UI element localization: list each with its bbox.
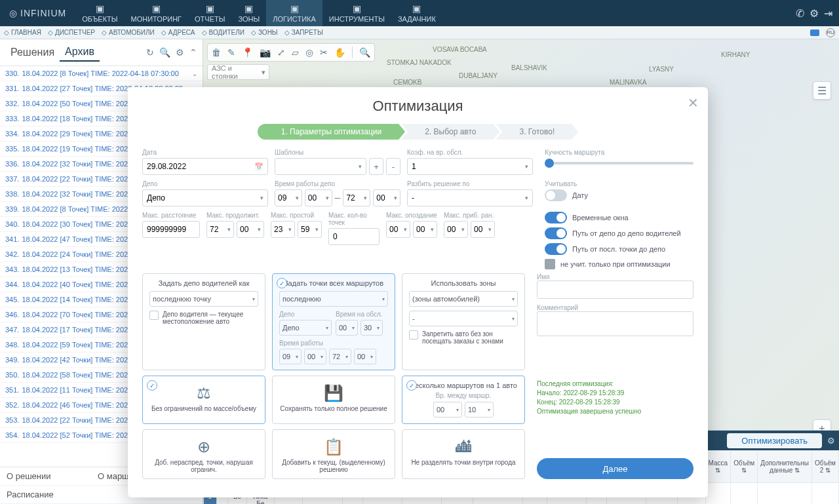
split-select[interactable]: - [407,189,533,206]
toggle-path2[interactable] [545,243,567,255]
toggle-windows[interactable] [545,212,567,223]
nav-мониторинг[interactable]: ▣МОНИТОРИНГ [125,0,189,26]
card-save-full[interactable]: 💾 Сохранять только полное решение [272,376,395,424]
trash-icon[interactable]: 🗑 [212,47,221,58]
maxdist-input[interactable]: 999999999 [142,221,200,238]
template-add-button[interactable]: + [369,158,383,175]
maxearly-h[interactable]: 00 [444,221,468,238]
search-icon[interactable]: 🔍 [159,47,170,58]
maxearly-m[interactable]: 00 [471,221,495,238]
collapse-icon[interactable]: ⌃ [189,47,197,58]
subnav-главная[interactable]: ◇ГЛАВНАЯ [4,29,41,36]
coef-select[interactable]: 1 [407,158,533,175]
maxlate-m[interactable]: 00 [413,221,437,238]
next-button[interactable]: Далее [537,458,693,479]
close-button[interactable]: ✕ [688,95,699,111]
subnav-запреты[interactable]: ◇ЗАПРЕТЫ [284,29,323,36]
card3-checkbox[interactable] [409,330,418,339]
depot-select[interactable]: Депо [142,189,268,206]
subnav-зоны[interactable]: ◇ЗОНЫ [251,29,278,36]
card2-wh-fm[interactable]: 00 [304,349,326,364]
lang-badge[interactable]: RU [826,28,835,37]
work-to-m[interactable]: 00 [373,189,400,206]
card1-select[interactable]: последнюю точку [149,291,258,307]
about-solution[interactable]: О решении [7,471,98,481]
card-multi-route[interactable]: ✓ Несколько маршрутов на 1 авто Вр. межд… [402,376,525,424]
pin-icon[interactable]: 📍 [242,47,253,58]
gear-icon[interactable]: ⚙ [827,436,835,446]
refresh-icon[interactable]: ↻ [146,47,154,58]
card3-select1[interactable]: (зоны автомобилей) [409,291,518,307]
scissors-icon[interactable]: ✂ [320,47,328,58]
subnav-диспетчер[interactable]: ◇ДИСПЕТЧЕР [48,29,95,36]
maxlate-h[interactable]: 00 [386,221,410,238]
maxidle-h[interactable]: 23 [271,221,295,238]
card2-wh-th[interactable]: 72 [329,349,351,364]
card2-check-icon[interactable]: ✓ [277,278,287,288]
card1-checkbox[interactable] [149,311,159,320]
card-add-unassigned[interactable]: ⊕ Доб. нераспред. точки, нарушая огранич… [142,429,265,479]
nav-инструменты[interactable]: ▣ИНСТРУМЕНТЫ [322,0,391,26]
map-layer-select[interactable]: АЗС и стоянки [207,64,269,80]
work-from-h[interactable]: 09 [275,189,302,206]
hand-icon[interactable]: ✋ [334,47,345,58]
subnav-водители[interactable]: ◇ВОДИТЕЛИ [202,29,244,36]
subnav-автомобили[interactable]: ◇АВТОМОБИЛИ [102,29,155,36]
card2-wh-tm[interactable]: 00 [354,349,376,364]
list-item[interactable]: 330.18.04.2022 [8 Точек] TIME: 2022-04-1… [0,66,203,81]
card-zones[interactable]: Использовать зоны (зоны автомобилей) - З… [402,273,525,370]
camera-icon[interactable]: 📷 [260,47,271,58]
maxdur-h[interactable]: 72 [206,221,234,238]
nav-задачник[interactable]: ▣ЗАДАЧНИК [391,0,442,26]
density-slider[interactable] [545,162,693,165]
fullscreen-icon[interactable]: ⤢ [277,47,285,58]
nav-отчеты[interactable]: ▣ОТЧЕТЫ [188,0,231,26]
template-select[interactable] [275,158,366,175]
tab-solutions[interactable]: Решения [5,44,60,61]
maxidle-m[interactable]: 59 [298,221,322,238]
bcard1-check-icon[interactable]: ✓ [147,380,157,391]
nav-зоны[interactable]: ▣ЗОНЫ [231,0,266,26]
toggle-date[interactable] [545,189,567,201]
layers-control[interactable]: ☰ [813,81,831,100]
card2-wh-fh[interactable]: 09 [279,349,302,364]
settings-icon[interactable]: ⚙ [810,7,819,20]
name-input[interactable] [537,281,693,299]
maxdur-m[interactable]: 00 [237,221,264,238]
step-1[interactable]: 1. Параметры оптимизации [258,124,405,140]
nav-логистика[interactable]: ▣ЛОГИСТИКА [266,0,322,26]
search-icon[interactable]: 🔍 [359,47,370,58]
target-icon[interactable]: ◎ [305,47,313,58]
phone-icon[interactable]: ✆ [796,7,804,20]
work-from-m[interactable]: 00 [305,189,332,206]
card-append-current[interactable]: 📋 Добавить к текущ. (выделенному) решени… [272,429,395,479]
edit-icon[interactable]: ✎ [227,47,235,58]
nav-объекты[interactable]: ▣ОБЪЕКТЫ [75,0,124,26]
bcard3-m[interactable]: 10 [465,402,494,417]
gear-icon[interactable]: ⚙ [176,47,184,58]
card2-depot[interactable]: Депо [279,320,332,336]
step-3[interactable]: 3. Готово! [496,124,579,140]
logout-icon[interactable]: ⇥ [824,7,832,20]
toggle-path1[interactable] [545,227,567,239]
bcard3-h[interactable]: 00 [433,402,462,417]
bcard3-check-icon[interactable]: ✓ [406,380,417,391]
card-route-points[interactable]: ✓ Задать точки всех маршрутов последнюю … [272,273,395,370]
optimize-button[interactable]: Оптимизировать [727,433,822,448]
work-to-h[interactable]: 72 [343,189,370,206]
polygon-icon[interactable]: ▱ [292,47,299,58]
date-input[interactable]: 29.08.2022 [142,158,268,175]
card-no-mass-limit[interactable]: ✓ ⚖ Без ограничений по массе/объему [142,376,265,424]
card2-select[interactable]: последнюю [279,291,388,307]
card3-select2[interactable]: - [409,311,518,326]
subnav-адреса[interactable]: ◇АДРЕСА [161,29,195,36]
tab-archive[interactable]: Архив [60,43,100,62]
card2-svc-m[interactable]: 30 [361,320,383,336]
card-no-split-city[interactable]: 🏙 Не разделять точки внутри города [402,429,525,479]
comment-input[interactable] [537,311,693,336]
card-driver-depot[interactable]: Задать депо водителей как последнюю точк… [142,273,265,370]
step-2[interactable]: 2. Выбор авто [401,124,499,140]
card2-svc-h[interactable]: 00 [336,320,358,336]
template-remove-button[interactable]: - [386,158,400,175]
maxpts-input[interactable]: 0 [328,228,380,245]
